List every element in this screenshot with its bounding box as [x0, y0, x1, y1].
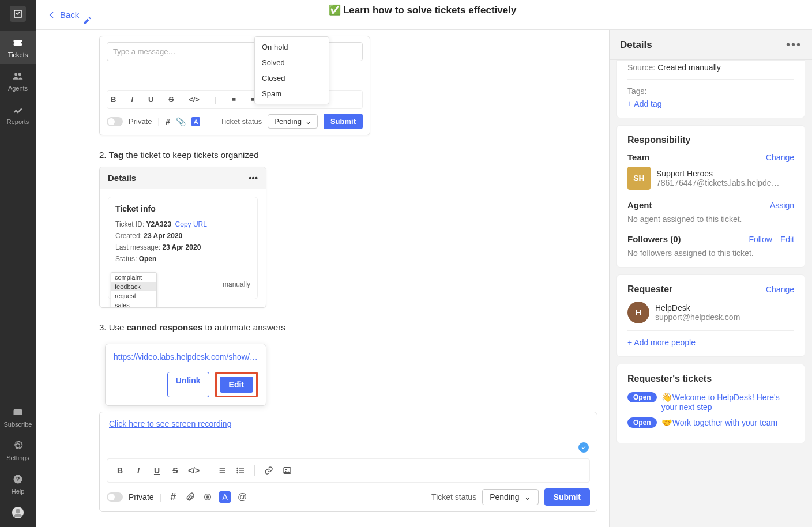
submit-button: Submit: [324, 114, 363, 129]
underline-button[interactable]: U: [149, 462, 165, 479]
requester-name: HelpDesk: [655, 303, 794, 313]
check-icon: [578, 442, 589, 453]
requester-avatar: H: [627, 302, 649, 323]
bold-button[interactable]: B: [112, 462, 128, 479]
edit-button: Edit: [220, 377, 253, 393]
reply-editor: Click here to see screen recording B I U…: [99, 412, 597, 512]
svg-rect-0: [14, 409, 22, 415]
change-team-link[interactable]: Change: [766, 153, 794, 162]
add-people-link[interactable]: + Add more people: [627, 338, 794, 347]
attach-icon[interactable]: [185, 491, 196, 503]
ol-button[interactable]: [214, 462, 230, 479]
strike-button[interactable]: S: [167, 462, 183, 479]
sidebar-item-label: Settings: [6, 454, 29, 461]
sidebar-item-settings[interactable]: Settings: [0, 434, 36, 467]
responsibility-title: Responsibility: [627, 135, 794, 145]
svg-point-4: [16, 509, 20, 513]
reply-link[interactable]: Click here to see screen recording: [109, 419, 231, 428]
card-icon: [12, 406, 24, 419]
back-button[interactable]: Back: [47, 10, 79, 20]
tag-dropdown: complaint feedback request sales support: [111, 272, 157, 308]
ticket-item[interactable]: Open 👋Welcome to HelpDesk! Here's your n…: [627, 392, 794, 412]
sidebar-item-label: Help: [12, 488, 25, 495]
sidebar-item-agents[interactable]: Agents: [0, 64, 36, 97]
svg-point-5: [236, 468, 238, 469]
link-button[interactable]: [261, 462, 277, 479]
svg-rect-10: [239, 472, 244, 473]
unlink-button: Unlink: [167, 372, 209, 397]
team-name: Support Heroes: [656, 169, 794, 178]
ticket-status-label: Ticket status: [431, 492, 476, 502]
step-3-text: 3. Use canned responses to automate answ…: [99, 322, 597, 332]
pending-select: Pending⌄: [268, 114, 318, 129]
chart-icon: [12, 103, 24, 116]
requester-tickets-title: Requester's tickets: [627, 374, 794, 384]
reply-textarea[interactable]: Click here to see screen recording: [100, 412, 597, 458]
svg-point-7: [236, 470, 238, 472]
attach-icon: 📎: [176, 117, 186, 126]
ticket-icon: [12, 36, 24, 49]
follow-link[interactable]: Follow: [749, 235, 772, 244]
sidebar-item-subscribe[interactable]: Subscribe: [0, 400, 36, 434]
sidebar-nav: Tickets Agents Reports Subscribe Setting…: [0, 0, 36, 527]
italic-button[interactable]: I: [130, 462, 146, 479]
screenshot-details-box: Details••• Ticket info Ticket ID: Y2A323…: [99, 167, 266, 308]
details-panel: Details ••• Source: Created manually Tag…: [609, 30, 812, 527]
page-title: ✅Learn how to solve tickets effectively: [79, 4, 766, 25]
sidebar-item-reports[interactable]: Reports: [0, 97, 36, 131]
team-email: 786176447@tickets.labs.helpde…: [656, 178, 794, 187]
status-dropdown: On hold Solved Closed Spam: [254, 36, 329, 104]
topbar: Back ✅Learn how to solve tickets effecti…: [36, 0, 812, 30]
details-title: Details: [620, 39, 652, 51]
help-icon: ?: [12, 473, 24, 485]
more-icon[interactable]: •••: [786, 38, 802, 51]
article-content: Type a message… On hold Solved Closed Sp…: [36, 30, 609, 527]
private-toggle: [107, 117, 123, 126]
status-select[interactable]: Pending⌄: [482, 489, 538, 505]
svg-rect-6: [239, 468, 244, 468]
ul-button[interactable]: [232, 462, 249, 479]
users-icon: [12, 70, 24, 82]
arrow-left-icon: [47, 10, 57, 20]
screenshot-link-popup: https://video.labs.helpdesk.com/show/… U…: [105, 344, 266, 406]
assign-agent-link[interactable]: Assign: [770, 201, 794, 210]
requester-email: support@helpdesk.com: [655, 313, 794, 322]
gear-icon: [12, 439, 24, 452]
sidebar-item-label: Tickets: [8, 51, 28, 58]
add-tag-link[interactable]: + Add tag: [627, 99, 794, 108]
code-button[interactable]: </>: [186, 462, 202, 479]
sidebar-item-label: Reports: [7, 118, 29, 125]
back-label: Back: [60, 10, 79, 20]
account-icon: [12, 506, 24, 519]
svg-point-12: [285, 469, 287, 470]
edit-followers-link[interactable]: Edit: [780, 235, 794, 244]
mention-icon[interactable]: @: [236, 491, 248, 503]
chevron-down-icon: ⌄: [524, 492, 531, 502]
record-icon[interactable]: [202, 491, 213, 503]
change-requester-link[interactable]: Change: [766, 285, 794, 294]
app-logo[interactable]: [10, 6, 26, 22]
screenshot-message-box: Type a message… On hold Solved Closed Sp…: [99, 36, 370, 135]
team-avatar: SH: [627, 167, 651, 190]
sidebar-item-tickets[interactable]: Tickets: [0, 31, 36, 64]
private-label: Private: [129, 492, 154, 502]
format-toolbar: B I U S </>: [107, 458, 590, 483]
more-icon: •••: [249, 173, 258, 183]
requester-title: Requester: [627, 284, 672, 295]
sidebar-item-label: Subscribe: [4, 421, 32, 428]
image-button[interactable]: [279, 462, 295, 479]
submit-button[interactable]: Submit: [544, 488, 590, 506]
svg-rect-8: [239, 470, 244, 470]
ticket-item[interactable]: Open 🤝Work together with your team: [627, 417, 794, 428]
text-color-icon[interactable]: A: [219, 491, 231, 503]
private-toggle[interactable]: [107, 492, 123, 502]
hash-icon[interactable]: #: [167, 491, 179, 503]
sidebar-item-help[interactable]: ? Help: [0, 467, 36, 500]
step-2-text: 2. Tag the ticket to keep tickets organi…: [99, 150, 597, 160]
svg-point-14: [206, 495, 209, 498]
svg-text:?: ?: [16, 476, 20, 483]
sidebar-item-label: Agents: [8, 85, 28, 92]
edit-icon[interactable]: [82, 16, 92, 25]
chevron-down-icon: ⌄: [305, 117, 311, 126]
sidebar-item-account[interactable]: [0, 500, 36, 527]
